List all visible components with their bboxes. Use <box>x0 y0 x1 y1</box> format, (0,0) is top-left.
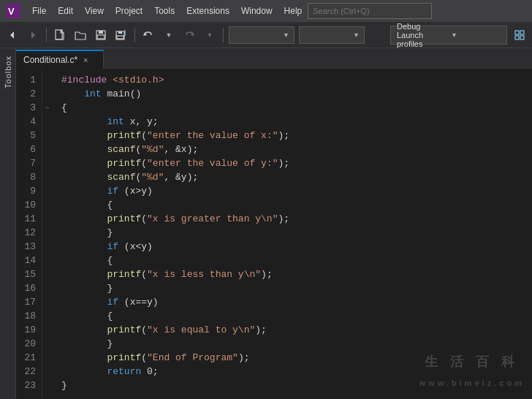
undo-dropdown[interactable]: ▼ <box>159 26 178 45</box>
token-plain: ); <box>261 267 273 281</box>
new-file-button[interactable] <box>50 26 69 45</box>
extra-toolbar-btn[interactable] <box>510 26 529 45</box>
token-plain <box>61 240 107 254</box>
redo-dropdown[interactable]: ▼ <box>200 26 219 45</box>
token-plain: , &y); <box>164 170 198 184</box>
token-plain: ( <box>141 156 147 170</box>
line-number: 9 <box>16 184 36 198</box>
fold-indicator <box>42 73 53 87</box>
save-button[interactable] <box>91 26 110 45</box>
line-number: 22 <box>16 365 36 379</box>
save-all-button[interactable] <box>112 26 131 45</box>
token-plain: { <box>61 198 113 212</box>
menu-window[interactable]: Window <box>235 3 278 19</box>
code-editor[interactable]: 1234567891011121314151617181920212223 − … <box>16 69 532 399</box>
menu-view[interactable]: View <box>79 3 110 19</box>
menu-extensions[interactable]: Extensions <box>180 3 235 19</box>
code-line: scanf("%d", &x); <box>61 142 532 156</box>
token-plain <box>61 267 107 281</box>
token-plain: (x>y) <box>118 184 153 198</box>
search-input[interactable] <box>308 3 432 19</box>
svg-marker-3 <box>31 31 35 39</box>
line-number: 19 <box>16 323 36 337</box>
line-number: 1 <box>16 73 36 87</box>
fold-indicator <box>42 142 53 156</box>
fold-gutter: − <box>42 69 53 399</box>
token-plain: x, y; <box>124 115 159 129</box>
code-line: printf("x is equal to y\n"); <box>61 323 532 337</box>
fold-indicator <box>42 281 53 295</box>
line-number: 23 <box>16 379 36 392</box>
svg-rect-15 <box>515 36 519 39</box>
debug-profiles-dropdown[interactable]: Debug Launch profiles ▼ <box>390 26 507 45</box>
file-tab[interactable]: Conditional.c* × <box>16 50 104 69</box>
open-file-button[interactable] <box>71 26 90 45</box>
undo-button[interactable] <box>139 26 158 45</box>
config-dropdown[interactable]: ▼ <box>229 26 294 44</box>
token-plain <box>61 170 107 184</box>
fold-indicator <box>42 115 53 129</box>
fold-indicator <box>42 323 53 337</box>
menu-tools[interactable]: Tools <box>148 3 180 19</box>
code-content[interactable]: #include <stdio.h> int main(){ int x, y;… <box>53 69 532 399</box>
token-kw: int <box>84 87 101 101</box>
fold-indicator <box>42 129 53 142</box>
token-hdr: <stdio.h> <box>113 73 164 87</box>
fold-indicator <box>42 156 53 170</box>
toolbox-panel[interactable]: Toolbox <box>0 48 16 399</box>
toolbox-label: Toolbox <box>4 56 12 88</box>
code-line: if (x>y) <box>61 184 532 198</box>
debug-profiles-label: Debug Launch profiles <box>397 22 446 48</box>
token-plain: ( <box>141 267 147 281</box>
title-bar: V File Edit View Project Tools Extension… <box>0 0 532 22</box>
fold-indicator <box>42 309 53 323</box>
code-line: { <box>61 101 532 115</box>
forward-button[interactable] <box>23 26 42 45</box>
line-number: 12 <box>16 226 36 240</box>
token-kw: if <box>107 295 118 309</box>
code-line: int x, y; <box>61 115 532 129</box>
toolbar-separator-3 <box>223 28 224 42</box>
token-plain: ); <box>278 212 289 226</box>
menu-project[interactable]: Project <box>110 3 148 19</box>
fold-indicator <box>42 379 53 392</box>
line-number: 8 <box>16 170 36 184</box>
token-str: "End of Program" <box>147 351 238 365</box>
code-line: printf("enter the value of x:"); <box>61 129 532 142</box>
menu-file[interactable]: File <box>26 3 52 19</box>
line-numbers: 1234567891011121314151617181920212223 <box>16 69 42 399</box>
svg-rect-7 <box>97 35 104 39</box>
line-number: 14 <box>16 254 36 267</box>
code-line: } <box>61 337 532 351</box>
token-plain: , &x); <box>164 142 198 156</box>
platform-dropdown[interactable]: ▼ <box>299 26 365 44</box>
token-kw: int <box>107 115 123 129</box>
svg-rect-6 <box>99 31 103 34</box>
token-kw: if <box>107 240 118 254</box>
back-button[interactable] <box>3 26 22 45</box>
menu-edit[interactable]: Edit <box>52 3 79 19</box>
redo-button[interactable] <box>180 26 199 45</box>
token-plain: } <box>61 337 113 351</box>
token-plain <box>61 295 107 309</box>
tab-close-button[interactable]: × <box>83 56 88 64</box>
token-plain: { <box>61 309 113 323</box>
line-number: 18 <box>16 309 36 323</box>
code-line: { <box>61 198 532 212</box>
token-plain: } <box>61 379 67 392</box>
token-plain: { <box>61 254 113 267</box>
token-plain: (x==y) <box>118 295 159 309</box>
svg-rect-16 <box>520 36 524 39</box>
fold-indicator[interactable]: − <box>42 101 53 115</box>
fold-indicator <box>42 254 53 267</box>
code-line: #include <stdio.h> <box>61 73 532 87</box>
line-number: 21 <box>16 351 36 365</box>
svg-rect-9 <box>118 31 122 34</box>
line-number: 13 <box>16 240 36 254</box>
token-plain: 0; <box>141 365 158 379</box>
token-fn: scanf <box>107 170 135 184</box>
toolbar: ▼ ▼ ▼ ▼ Debug Launch profiles ▼ <box>0 22 532 48</box>
token-plain: } <box>61 226 113 240</box>
menu-help[interactable]: Help <box>278 3 308 19</box>
tab-bar: Conditional.c* × <box>16 48 532 69</box>
